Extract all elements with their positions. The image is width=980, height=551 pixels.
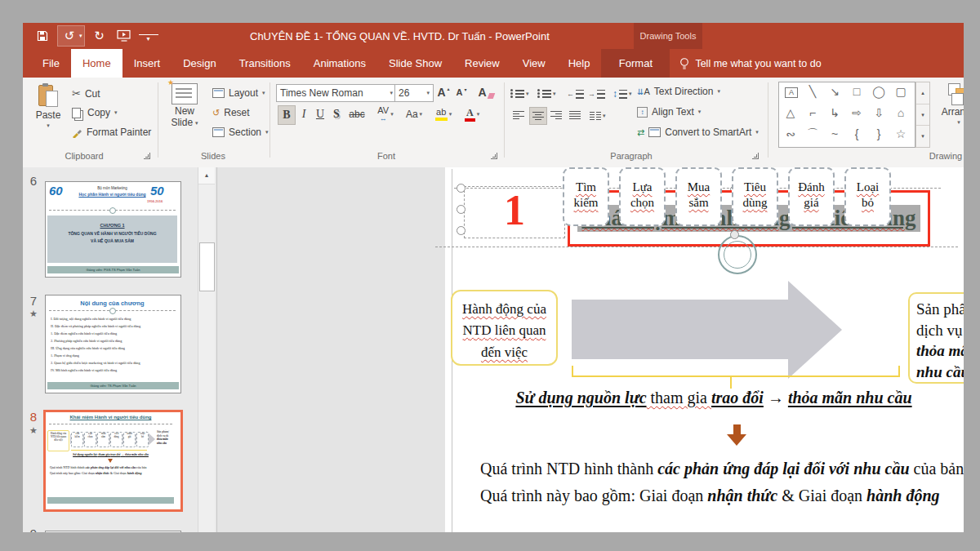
text-highlight-button[interactable]: ab ▾ — [431, 105, 456, 123]
font-dialog-launcher-icon[interactable] — [491, 153, 497, 159]
thumbnail-scrollbar[interactable]: ▴ — [198, 167, 215, 532]
scribble-shape-icon[interactable]: ∾ — [781, 127, 800, 140]
underline-button[interactable]: U — [314, 105, 327, 123]
undo-dropdown-icon[interactable]: ▾ — [79, 33, 82, 39]
numbering-button[interactable]: ▾ — [537, 85, 556, 103]
slide-thumbnail-7[interactable]: Nội dung của chương I. Đối tượng, nội du… — [45, 295, 181, 393]
scrollbar-up-icon[interactable]: ▴ — [198, 167, 215, 184]
slide-number-textbox[interactable]: 1 — [464, 186, 565, 238]
shape-gallery[interactable]: A ╲ ↘ □ ◯ ▢ △ ⌐ ↳ ⇨ ⇩ ⌂ ∾ ⌒ ~ { } ☆ — [778, 82, 915, 148]
font-size-dropdown-icon[interactable]: ▾ — [426, 90, 430, 96]
columns-dropdown-icon[interactable]: ▾ — [603, 113, 606, 119]
resize-handle[interactable] — [457, 226, 466, 235]
star-shape-icon[interactable]: ☆ — [891, 127, 911, 140]
section-dropdown-icon[interactable]: ▾ — [265, 129, 269, 136]
text-shadow-button[interactable]: S — [330, 105, 343, 123]
font-color-button[interactable]: A ▾ — [461, 105, 483, 123]
grow-font-button[interactable]: A ▴ — [435, 83, 452, 101]
body-paragraph-1[interactable]: Quá trình NTD hình thành các phản ứng đá… — [480, 460, 964, 478]
align-center-button[interactable] — [529, 107, 547, 125]
font-color-dropdown-icon[interactable]: ▾ — [477, 111, 480, 118]
freeform-shape-icon[interactable]: ⌂ — [891, 106, 911, 119]
gallery-more-icon[interactable]: ▾ — [916, 126, 929, 147]
highlight-dropdown-icon[interactable]: ▾ — [449, 111, 452, 118]
process-step-box[interactable]: Muasắm — [675, 167, 722, 226]
font-name-dropdown-icon[interactable]: ▾ — [390, 90, 393, 96]
italic-button[interactable]: I — [297, 105, 310, 123]
decrease-indent-button[interactable]: ← — [567, 85, 584, 103]
slide-thumbnail-8-selected[interactable]: Khái niệm Hành vi người tiêu dùng Hành đ… — [43, 410, 183, 512]
slide-thumbnail-6[interactable]: 60 50 1956-2016 Bộ môn Marketing Học phầ… — [45, 181, 181, 278]
tab-help[interactable]: Help — [557, 49, 602, 78]
text-direction-dropdown-icon[interactable]: ▾ — [717, 88, 720, 95]
resize-handle[interactable] — [730, 230, 739, 239]
spacing-dropdown-icon[interactable]: ▾ — [390, 111, 394, 118]
line-spacing-dropdown-icon[interactable]: ▾ — [629, 91, 632, 97]
new-slide-dropdown-icon[interactable]: ▾ — [195, 120, 198, 126]
layout-button[interactable]: Layout ▾ — [212, 87, 265, 99]
process-step-box[interactable]: Loạibỏ — [844, 167, 891, 226]
shape-gallery-scrollbar[interactable]: ▴ ▾ ▾ — [915, 82, 930, 148]
paragraph-dialog-launcher-icon[interactable] — [752, 153, 759, 159]
rounded-rect-shape-icon[interactable]: ▢ — [891, 85, 911, 98]
increase-indent-button[interactable]: → — [588, 85, 605, 103]
arrow-shape-icon[interactable]: ↘ — [825, 85, 844, 98]
character-spacing-button[interactable]: AV↔ ▾ — [372, 105, 399, 123]
tab-file[interactable]: File — [31, 49, 71, 78]
justify-button[interactable] — [567, 107, 583, 123]
smartart-dropdown-icon[interactable]: ▾ — [755, 129, 759, 136]
process-arrow-body[interactable] — [572, 300, 788, 359]
change-case-button[interactable]: Aa ▾ — [402, 105, 426, 123]
paste-button[interactable]: Paste ▾ — [29, 83, 67, 129]
font-name-combo[interactable]: Times New Roman ▾ — [276, 84, 397, 102]
scrollbar-thumb[interactable] — [199, 242, 215, 291]
rectangle-shape-icon[interactable]: □ — [847, 85, 866, 98]
right-arrow-shape-icon[interactable]: ⇨ — [847, 106, 866, 119]
resize-handle[interactable] — [457, 205, 466, 214]
arrange-button[interactable]: Arrange ▾ — [934, 83, 964, 126]
tab-slide-show[interactable]: Slide Show — [377, 49, 453, 78]
section-button[interactable]: Section ▾ — [212, 127, 269, 138]
tab-transitions[interactable]: Transitions — [228, 49, 302, 78]
strikethrough-button[interactable]: abc — [346, 105, 368, 123]
line-shape-icon[interactable]: ╲ — [803, 85, 822, 98]
tab-review[interactable]: Review — [453, 49, 511, 78]
process-step-box[interactable]: Đánhgiá — [788, 167, 835, 226]
process-step-box[interactable]: Tiêudùng — [732, 167, 778, 226]
left-label-shape[interactable]: Hành động của NTD liên quan đến việc — [451, 290, 558, 366]
bullets-button[interactable]: ▾ — [510, 85, 529, 103]
tab-view[interactable]: View — [511, 49, 557, 78]
align-left-button[interactable] — [510, 107, 527, 123]
reset-button[interactable]: ↺ Reset — [212, 107, 250, 118]
process-step-box[interactable]: Tìmkiếm — [563, 167, 609, 226]
tell-me-box[interactable]: Tell me what you want to do — [670, 49, 831, 78]
elbow-shape-icon[interactable]: ⌐ — [803, 106, 822, 119]
tab-design[interactable]: Design — [172, 49, 227, 78]
numbering-dropdown-icon[interactable]: ▾ — [553, 91, 556, 97]
copy-dropdown-icon[interactable]: ▾ — [114, 109, 118, 116]
redo-icon[interactable]: ↻ — [90, 26, 109, 46]
clipboard-dialog-launcher-icon[interactable] — [144, 153, 150, 159]
start-slideshow-icon[interactable] — [114, 26, 134, 46]
paste-dropdown-icon[interactable]: ▾ — [47, 122, 50, 129]
bold-button[interactable]: B — [278, 105, 296, 125]
tab-animations[interactable]: Animations — [302, 49, 377, 78]
case-dropdown-icon[interactable]: ▾ — [420, 111, 423, 118]
text-direction-button[interactable]: ⇊A Text Direction ▾ — [637, 86, 720, 97]
gallery-scroll-up-icon[interactable]: ▴ — [916, 82, 929, 104]
body-paragraph-2[interactable]: Quá trình này bao gồm: Giai đoạn nhận th… — [480, 487, 940, 505]
process-step-box[interactable]: Lựachọn — [619, 167, 666, 226]
shrink-font-button[interactable]: A ▾ — [454, 83, 469, 101]
columns-button[interactable]: ▾ — [590, 107, 606, 125]
slide-thumbnail-9[interactable] — [45, 531, 181, 532]
elbow-arrow-shape-icon[interactable]: ↳ — [825, 106, 844, 119]
tab-home[interactable]: Home — [71, 49, 122, 78]
oval-shape-icon[interactable]: ◯ — [869, 85, 889, 98]
cut-button[interactable]: ✂ Cut — [72, 87, 100, 100]
bullets-dropdown-icon[interactable]: ▾ — [526, 91, 529, 97]
resource-line-textbox[interactable]: Sử dụng nguồn lực tham gia trao đổi → th… — [464, 389, 964, 407]
text-box-shape-icon[interactable]: A — [785, 87, 798, 98]
convert-smartart-button[interactable]: ⇄ Convert to SmartArt ▾ — [637, 127, 759, 138]
curve-shape-icon[interactable]: ~ — [825, 127, 844, 140]
gallery-scroll-down-icon[interactable]: ▾ — [916, 104, 929, 127]
